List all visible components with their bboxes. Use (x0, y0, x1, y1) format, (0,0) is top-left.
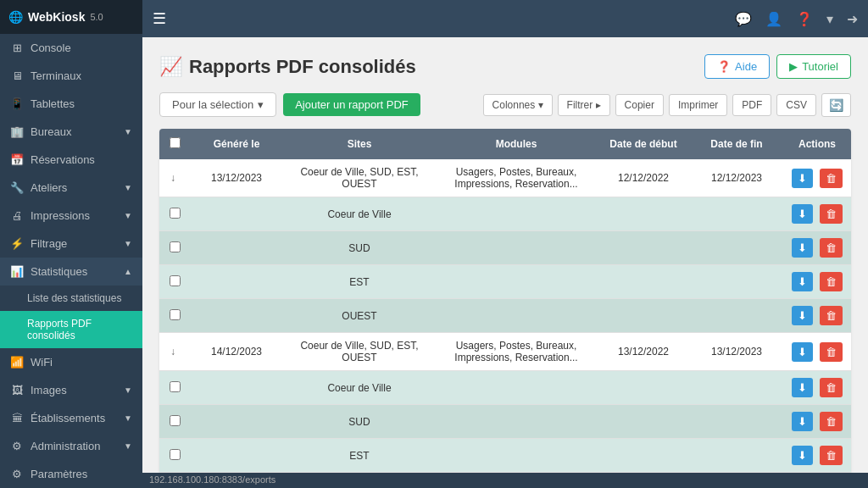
download-button[interactable]: ⬇ (792, 446, 813, 465)
sidebar-item-terminaux[interactable]: 🖥 Terminaux (0, 62, 142, 90)
col-sites-header: Sites (283, 129, 436, 159)
statistiques-icon: 📊 (10, 265, 24, 278)
aide-button[interactable]: ❓ Aide (704, 54, 770, 79)
table-row: EST ⬇ 🗑 (159, 265, 851, 299)
download-button[interactable]: ⬇ (792, 238, 813, 258)
delete-button[interactable]: 🗑 (820, 169, 843, 188)
table-row: ↓ 13/12/2023 Coeur de Ville, SUD, EST, O… (159, 159, 851, 197)
chevron-down-icon: ▼ (124, 385, 132, 395)
sidebar-item-label: Filtrage (31, 237, 67, 250)
row-checkbox-cell: ↓ (159, 333, 190, 371)
chevron-down-icon: ▼ (124, 441, 132, 451)
logout-icon[interactable]: ➜ (847, 11, 858, 27)
row-end-cell: 13/12/2023 (690, 333, 783, 371)
sidebar-item-label: Impressions (31, 209, 90, 222)
row-start-cell (597, 265, 690, 299)
refresh-button[interactable]: 🔄 (821, 93, 851, 117)
sidebar-item-bureaux[interactable]: 🏢 Bureaux ▼ (0, 118, 142, 146)
question-icon: ❓ (717, 60, 731, 73)
row-actions-cell: ⬇ 🗑 (783, 265, 851, 299)
delete-button[interactable]: 🗑 (820, 272, 843, 291)
sidebar-item-tablettes[interactable]: 📱 Tablettes (0, 90, 142, 118)
sidebar-item-reservations[interactable]: 📅 Réservations (0, 146, 142, 174)
row-checkbox[interactable] (170, 275, 181, 286)
download-button[interactable]: ⬇ (792, 306, 813, 325)
row-checkbox-cell (159, 265, 190, 299)
wifi-icon: 📶 (10, 356, 24, 369)
pdf-button[interactable]: PDF (732, 94, 771, 116)
sidebar-item-impressions[interactable]: 🖨 Impressions ▼ (0, 202, 142, 230)
filtrer-button[interactable]: Filtrer ▸ (558, 94, 610, 116)
help-icon[interactable]: ❓ (796, 11, 813, 27)
sidebar-subitem-rapports-pdf[interactable]: Rapports PDF consolidés (0, 311, 142, 348)
delete-button[interactable]: 🗑 (820, 378, 843, 397)
row-checkbox-cell (159, 405, 190, 439)
row-checkbox[interactable] (170, 381, 181, 392)
sidebar-item-administration[interactable]: ⚙ Administration ▼ (0, 432, 142, 460)
row-actions-cell: ⬇ 🗑 (783, 371, 851, 405)
sidebar-item-console[interactable]: ⊞ Console (0, 34, 142, 62)
user-icon[interactable]: 👤 (765, 11, 782, 27)
sidebar-item-parametres[interactable]: ⚙ Paramètres (0, 460, 142, 488)
sidebar-item-images[interactable]: 🖼 Images ▼ (0, 376, 142, 404)
download-button[interactable]: ⬇ (792, 204, 813, 224)
sidebar-subitem-liste-statistiques[interactable]: Liste des statistiques (0, 286, 142, 311)
expand-arrow-icon[interactable]: ↓ (170, 172, 175, 184)
ajouter-rapport-button[interactable]: Ajouter un rapport PDF (283, 93, 420, 116)
row-modules-cell (436, 371, 597, 405)
delete-button[interactable]: 🗑 (820, 342, 843, 362)
copier-button[interactable]: Copier (615, 94, 664, 116)
sidebar-item-filtrage[interactable]: ⚡ Filtrage ▼ (0, 230, 142, 258)
chat-icon[interactable]: 💬 (735, 11, 752, 27)
download-button[interactable]: ⬇ (792, 169, 813, 188)
page-title-text: Rapports PDF consolidés (189, 56, 416, 78)
sidebar-item-label: Bureaux (31, 125, 71, 138)
sidebar-item-statistiques[interactable]: 📊 Statistiques ▲ (0, 258, 142, 286)
tablettes-icon: 📱 (10, 97, 24, 110)
row-end-cell (690, 299, 783, 333)
table-row: ↓ 14/12/2023 Coeur de Ville, SUD, EST, O… (159, 333, 851, 371)
row-generated-cell (190, 197, 283, 231)
sidebar-item-ateliers[interactable]: 🔧 Ateliers ▼ (0, 174, 142, 202)
pour-selection-button[interactable]: Pour la sélection ▾ (159, 92, 276, 117)
sidebar-subitem-label: Rapports PDF consolidés (27, 318, 132, 341)
download-button[interactable]: ⬇ (792, 272, 813, 291)
row-checkbox[interactable] (170, 208, 181, 219)
col-start-header: Date de début (597, 129, 690, 159)
console-icon: ⊞ (10, 42, 24, 54)
csv-button[interactable]: CSV (776, 94, 816, 116)
hamburger-menu-icon[interactable]: ☰ (153, 9, 166, 28)
col-checkbox (159, 129, 190, 159)
select-all-checkbox[interactable] (170, 137, 181, 148)
row-checkbox[interactable] (170, 415, 181, 426)
download-button[interactable]: ⬇ (792, 342, 813, 362)
imprimer-button[interactable]: Imprimer (669, 94, 727, 116)
tutoriel-button[interactable]: ▶ Tutoriel (776, 54, 851, 79)
row-modules-cell (436, 439, 597, 473)
download-button[interactable]: ⬇ (792, 412, 813, 431)
play-icon: ▶ (789, 60, 798, 73)
page-header: 📈 Rapports PDF consolidés ❓ Aide ▶ Tutor… (159, 54, 851, 79)
delete-button[interactable]: 🗑 (820, 238, 843, 258)
sidebar-item-wifi[interactable]: 📶 WiFi (0, 348, 142, 376)
delete-button[interactable]: 🗑 (820, 446, 843, 465)
sidebar-item-label: Administration (31, 440, 100, 452)
colonnes-button[interactable]: Colonnes ▾ (483, 94, 553, 116)
sidebar-item-label: WiFi (31, 356, 53, 369)
sidebar-item-etablissements[interactable]: 🏛 Établissements ▼ (0, 404, 142, 432)
expand-arrow-icon[interactable]: ↓ (170, 346, 175, 358)
download-button[interactable]: ⬇ (792, 378, 813, 397)
row-checkbox[interactable] (170, 309, 181, 320)
impressions-icon: 🖨 (10, 209, 24, 222)
row-actions-cell: ⬇ 🗑 (783, 231, 851, 265)
main-area: ☰ 💬 👤 ❓ ▾ ➜ 📈 Rapports PDF consolidés ❓ … (142, 0, 868, 488)
content-area: 📈 Rapports PDF consolidés ❓ Aide ▶ Tutor… (142, 37, 868, 473)
row-checkbox[interactable] (170, 241, 181, 252)
dropdown-arrow-icon[interactable]: ▾ (826, 11, 833, 27)
delete-button[interactable]: 🗑 (820, 204, 843, 224)
row-modules-cell: Usagers, Postes, Bureaux, Impressions, R… (436, 333, 597, 371)
delete-button[interactable]: 🗑 (820, 306, 843, 325)
row-checkbox[interactable] (170, 449, 181, 460)
col-modules-header: Modules (436, 129, 597, 159)
delete-button[interactable]: 🗑 (820, 412, 843, 431)
